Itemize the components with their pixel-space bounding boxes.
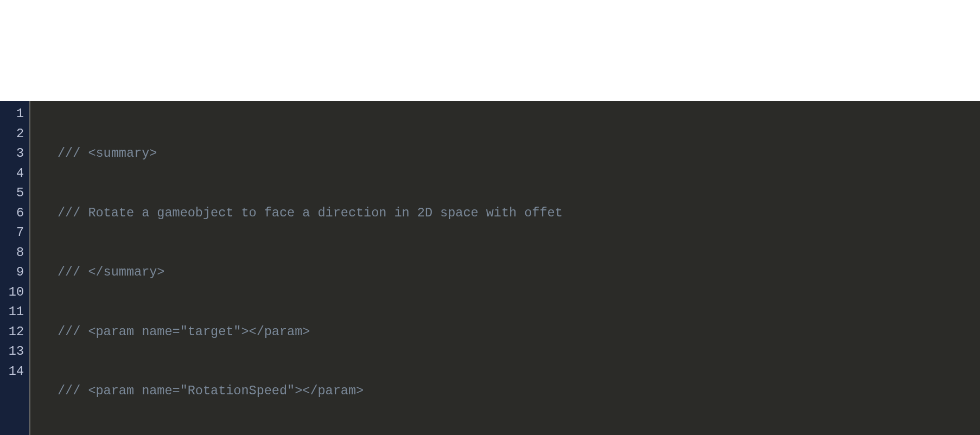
blank-area: [0, 0, 980, 101]
code-line: /// <summary>: [34, 144, 980, 164]
code-editor: 1 2 3 4 5 6 7 8 9 10 11 12 13 14 /// <su…: [0, 101, 980, 435]
line-number: 10: [4, 283, 25, 303]
xml-doc-comment: /// </summary>: [58, 265, 164, 279]
line-number: 5: [4, 183, 25, 203]
code-body[interactable]: /// <summary> /// Rotate a gameobject to…: [30, 101, 980, 435]
line-number: 11: [4, 302, 25, 322]
line-number: 6: [4, 203, 25, 223]
line-number: 2: [4, 124, 25, 144]
line-number: 13: [4, 342, 25, 362]
line-number: 3: [4, 144, 25, 164]
line-number: 4: [4, 164, 25, 184]
code-line: /// Rotate a gameobject to face a direct…: [34, 203, 980, 223]
line-number: 8: [4, 243, 25, 263]
code-line: /// <param name="target"></param>: [34, 322, 980, 342]
line-number: 12: [4, 322, 25, 342]
code-line: /// <param name="RotationSpeed"></param>: [34, 381, 980, 401]
xml-doc-comment: /// Rotate a gameobject to face a direct…: [58, 206, 563, 220]
xml-doc-comment: /// <param name="target"></param>: [58, 324, 310, 339]
line-number: 1: [4, 104, 25, 124]
line-number: 14: [4, 362, 25, 382]
line-number: 7: [4, 223, 25, 243]
code-line: /// </summary>: [34, 263, 980, 283]
line-number-gutter: 1 2 3 4 5 6 7 8 9 10 11 12 13 14: [0, 101, 30, 435]
xml-doc-comment: /// <param name="RotationSpeed"></param>: [58, 383, 364, 398]
xml-doc-comment: /// <summary>: [58, 146, 157, 161]
line-number: 9: [4, 263, 25, 283]
